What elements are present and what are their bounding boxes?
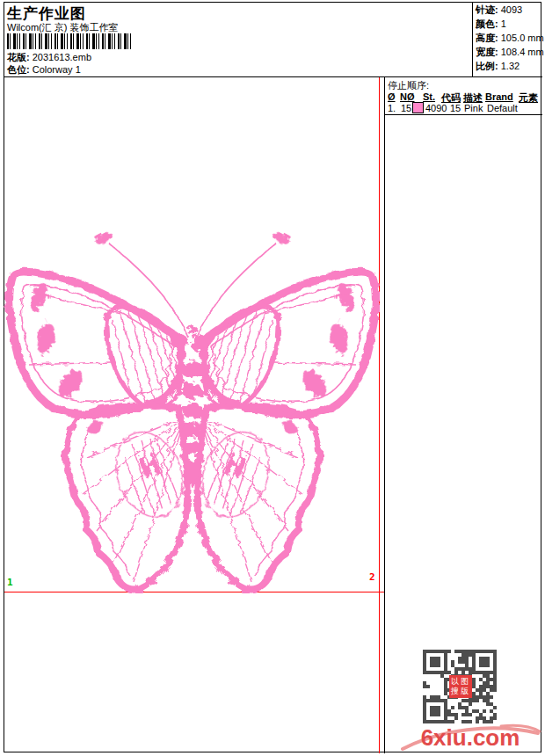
stat-scale-value: 1.32 [501, 61, 520, 71]
stop-sequence-title: 停止顺序: [388, 80, 429, 91]
col-header-elements: 元素 [519, 91, 538, 105]
stop-row-needle: 15 [401, 103, 411, 113]
stat-width: 宽度: 108.4 mm [476, 47, 544, 61]
worksheet-page: 生产作业图 Wilcom(汇 京) 装饰工作室 花版: 2031613.emb … [0, 0, 545, 756]
stop-row-brand: Default [487, 103, 518, 113]
stat-height: 高度: 105.0 mm [476, 33, 544, 47]
stat-colors-label: 颜色: [476, 18, 498, 29]
butterfly-stitch-design [4, 77, 380, 593]
stat-scale: 比例: 1.32 [476, 61, 544, 75]
colorway-value: Colorway 1 [33, 64, 81, 75]
stat-width-value: 108.4 mm [501, 47, 544, 57]
stop-row-num: 1. [388, 103, 396, 113]
col-header-num: Ø [388, 91, 396, 102]
col-header-st: St. [423, 91, 435, 102]
stat-height-label: 高度: [476, 33, 498, 43]
col-header-brand: Brand [485, 91, 513, 102]
stop-row-desc: Pink [464, 103, 483, 113]
colorway-line: 色位: Colorway 1 [7, 64, 81, 76]
page-title: 生产作业图 [7, 4, 86, 24]
design-file-line: 花版: 2031613.emb [7, 52, 91, 63]
stop-row-code: 15 [450, 103, 461, 113]
stat-stitches-value: 4093 [501, 4, 522, 15]
stats-box: 针迹: 4093 颜色: 1 高度: 105.0 mm 宽度: 108.4 mm… [476, 4, 544, 75]
qr-center-stamp: 以图搜版 [449, 675, 472, 698]
design-file-value: 2031613.emb [33, 52, 91, 62]
stats-box-separator [472, 2, 473, 76]
col-header-needle: NØ [400, 91, 415, 102]
stop-row-st: 4090 [425, 103, 447, 113]
stat-colors-value: 1 [501, 18, 506, 29]
design-barcode [7, 33, 132, 49]
stat-stitches: 针迹: 4093 [476, 4, 544, 18]
company-name: Wilcom(汇 京) 装饰工作室 [7, 22, 119, 33]
stat-stitches-label: 针迹: [476, 4, 498, 15]
stat-width-label: 宽度: [476, 47, 498, 57]
design-file-label: 花版: [7, 52, 30, 62]
right-panel-separator [384, 77, 385, 753]
stat-scale-label: 比例: [476, 61, 498, 71]
watermark-site: 6xiu.com [400, 724, 541, 752]
color-swatch [412, 102, 424, 113]
colorway-label: 色位: [7, 64, 30, 75]
stat-colors: 颜色: 1 [476, 18, 544, 33]
stat-height-value: 105.0 mm [501, 33, 544, 43]
stop-table-bottom-rule [385, 114, 542, 115]
